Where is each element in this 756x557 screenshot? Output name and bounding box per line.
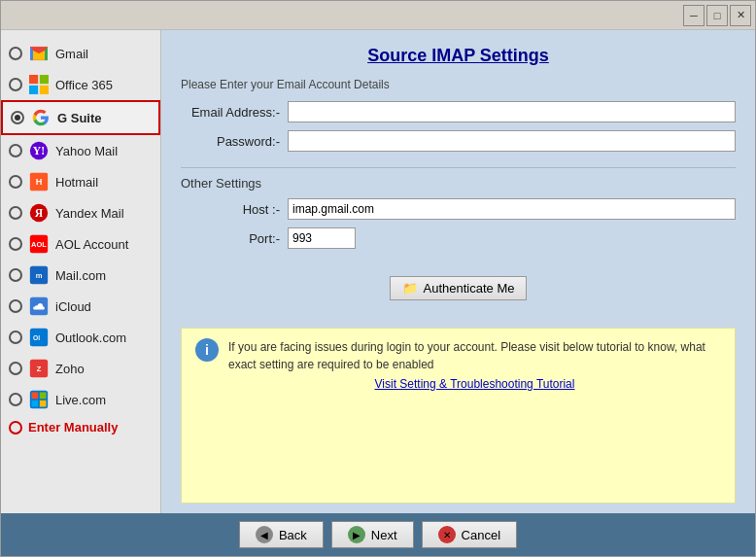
svg-text:H: H [36,177,43,187]
port-label: Port:- [181,231,288,246]
separator [181,167,736,168]
sidebar-item-zoho[interactable]: Z Zoho [1,353,160,384]
svg-text:Ol: Ol [33,334,40,341]
sidebar-item-live[interactable]: Live.com [1,384,160,415]
svg-rect-8 [40,86,49,94]
info-box: i If you are facing issues during login … [181,328,736,504]
radio-yahoo [9,144,22,157]
cancel-label: Cancel [462,528,500,542]
radio-hotmail [9,175,22,189]
authenticate-button[interactable]: 📁 Authenticate Me [390,276,528,300]
svg-rect-27 [40,393,47,400]
hotmail-label: Hotmail [55,175,98,190]
titlebar: ─ □ ✕ [1,1,755,30]
info-icon: i [195,338,219,362]
svg-text:m: m [36,271,43,280]
yahoo-icon: Y! [28,140,50,161]
zoho-icon: Z [28,358,50,379]
password-label: Password:- [181,134,288,149]
svg-rect-28 [32,400,39,407]
svg-rect-29 [40,400,47,407]
sidebar-item-gmail[interactable]: Gmail [1,38,160,69]
port-input[interactable] [288,227,356,249]
yandex-icon: Я [28,202,50,224]
radio-zoho [9,362,22,375]
content-area: Gmail Office 365 [1,30,755,513]
yandex-label: Yandex Mail [55,206,124,221]
gmail-icon [28,43,50,64]
office365-label: Office 365 [55,78,113,92]
sidebar-item-mailcom[interactable]: m Mail.com [1,260,160,291]
sidebar-item-office365[interactable]: Office 365 [1,69,160,100]
gmail-label: Gmail [55,47,88,61]
mailcom-label: Mail.com [55,268,106,283]
sidebar-item-hotmail[interactable]: H Hotmail [1,166,160,197]
svg-rect-6 [40,75,49,84]
radio-live [9,393,22,406]
live-label: Live.com [55,393,106,407]
email-label: Email Address:- [181,105,288,120]
svg-rect-5 [29,75,38,84]
radio-outlook [9,331,22,344]
icloud-icon [28,296,50,317]
aol-label: AOL Account [55,237,128,252]
yahoo-label: Yahoo Mail [55,144,118,158]
sidebar: Gmail Office 365 [1,30,161,513]
maximize-button[interactable]: □ [706,5,728,26]
back-button[interactable]: ◀ Back [239,521,324,548]
next-button[interactable]: ▶ Next [331,521,414,548]
host-input[interactable] [288,198,736,220]
next-icon: ▶ [348,526,365,543]
radio-yandex [9,206,22,220]
radio-aol [9,237,22,251]
sidebar-item-yahoo[interactable]: Y! Yahoo Mail [1,135,160,166]
radio-icloud [9,299,22,313]
radio-gsuite [11,111,24,124]
page-title: Source IMAP Settings [181,46,736,66]
email-input[interactable] [288,101,736,122]
aol-icon: AOL [28,233,50,255]
radio-mailcom [9,268,22,282]
hotmail-icon: H [28,171,50,192]
email-row: Email Address:- [181,101,736,122]
bottom-bar: ◀ Back ▶ Next ✕ Cancel [1,513,755,556]
password-input[interactable] [288,130,736,152]
mailcom-icon: m [28,264,50,286]
back-label: Back [279,528,307,542]
close-button[interactable]: ✕ [730,5,751,26]
main-panel: Source IMAP Settings Please Enter your E… [161,30,755,513]
subtitle: Please Enter your Email Account Details [181,78,736,91]
cancel-icon: ✕ [438,526,456,543]
host-row: Host :- [181,198,736,220]
zoho-label: Zoho [55,362,85,376]
password-row: Password:- [181,130,736,152]
next-label: Next [371,528,397,542]
minimize-button[interactable]: ─ [683,5,704,26]
other-settings-label: Other Settings [181,176,736,191]
sidebar-item-outlook[interactable]: Ol Outlook.com [1,322,160,353]
gsuite-label: G Suite [57,111,102,125]
sidebar-item-aol[interactable]: AOL AOL Account [1,228,160,260]
icloud-label: iCloud [55,299,91,314]
sidebar-item-yandex[interactable]: Я Yandex Mail [1,197,160,228]
gsuite-icon [30,107,52,128]
sidebar-item-icloud[interactable]: iCloud [1,291,160,322]
sidebar-item-manual[interactable]: Enter Manually [1,415,160,439]
radio-office365 [9,78,22,91]
svg-text:Z: Z [37,365,42,373]
back-icon: ◀ [256,526,273,543]
host-label: Host :- [181,202,288,217]
cancel-button[interactable]: ✕ Cancel [422,521,517,548]
svg-text:AOL: AOL [31,240,47,249]
info-content: If you are facing issues during login to… [228,338,721,391]
svg-text:Y!: Y! [33,145,45,157]
folder-icon: 📁 [402,281,418,296]
office365-icon [28,74,50,95]
outlook-label: Outlook.com [55,331,126,345]
main-window: ─ □ ✕ [0,0,756,557]
port-row: Port:- [181,227,736,249]
sidebar-item-gsuite[interactable]: G Suite [1,100,160,135]
svg-text:Я: Я [35,207,44,220]
info-link[interactable]: Visit Setting & Troubleshooting Tutorial [228,377,721,391]
auth-btn-label: Authenticate Me [424,281,515,296]
